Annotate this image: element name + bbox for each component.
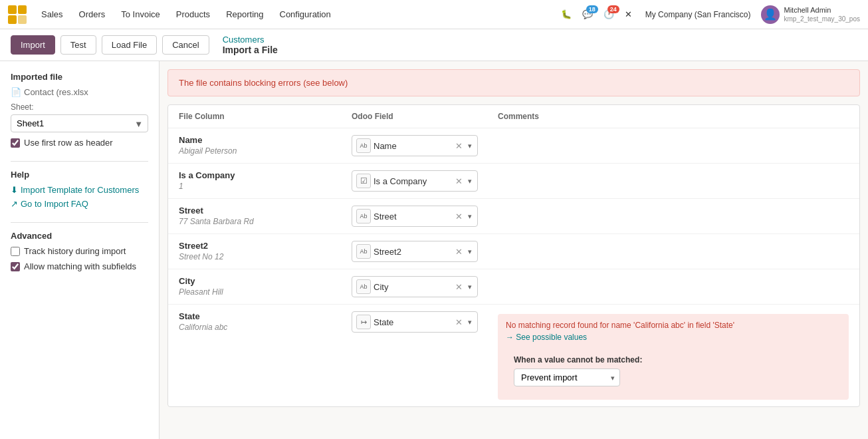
see-possible-values-link[interactable]: → See possible values [506,333,587,342]
import-template-label: Import Template for Customers [21,185,139,195]
nav-to-invoice[interactable]: To Invoice [114,7,167,22]
chevron-down-icon[interactable]: ▾ [467,247,473,256]
bug-button[interactable]: 🐛 [558,7,574,22]
advanced-section: Advanced Track history during import All… [11,231,148,271]
messages-button[interactable]: 💬 18 [580,7,596,22]
use-first-row-label[interactable]: Use first row as header [11,138,148,148]
close-button[interactable]: ✕ [622,7,635,22]
nav-reporting[interactable]: Reporting [219,7,270,22]
activity-button[interactable]: 🕐 24 [601,7,617,22]
clear-icon[interactable]: ✕ [454,282,464,292]
field-type-icon-text: Ab [356,279,371,294]
match-select[interactable]: Prevent import Set empty Create new reco… [514,368,620,386]
allow-matching-checkbox[interactable] [11,262,20,271]
help-section: Help ⬇ Import Template for Customers ↗ G… [11,170,148,209]
field-selector[interactable]: Ab City ✕ ▾ [352,276,478,297]
clear-icon[interactable]: ✕ [454,141,464,151]
breadcrumb-parent[interactable]: Customers [223,35,265,45]
clear-icon[interactable]: ✕ [454,176,464,186]
chevron-down-icon[interactable]: ▾ [467,318,473,327]
x-icon: ✕ [625,9,632,19]
load-file-button[interactable]: Load File [102,35,157,55]
match-label: When a value cannot be matched: [514,355,833,365]
user-info[interactable]: 👤 Mitchell Admin kmp_2_test_may_30_pos [761,5,860,24]
imported-file-section: Imported file 📄 Contact (res.xlsx Sheet:… [11,72,148,148]
match-select-wrapper: Prevent import Set empty Create new reco… [514,368,620,386]
field-name-value: State [374,317,451,327]
use-first-row-checkbox[interactable] [11,138,20,148]
cancel-button[interactable]: Cancel [162,35,209,55]
col-file-street: Street 77 Santa Barbara Rd [179,206,352,226]
field-selector[interactable]: Ab Street ✕ ▾ [352,206,478,227]
col-odoo-field-company: ☑ Is a Company ✕ ▾ [352,170,498,192]
table-row: Is a Company 1 ☑ Is a Company ✕ ▾ [168,164,859,199]
match-section: When a value cannot be matched: Prevent … [506,349,841,393]
topnav-right: 🐛 💬 18 🕐 24 ✕ My Company (San Francisco)… [558,5,860,24]
field-col-sample: 1 [179,182,352,191]
download-icon: ⬇ [11,185,18,195]
table-row: Name Abigail Peterson Ab Name ✕ ▾ [168,128,859,164]
chevron-down-icon[interactable]: ▾ [467,142,473,150]
field-name-value: Street2 [374,247,451,257]
allow-matching-label[interactable]: Allow matching with subfields [11,261,148,271]
field-name-value: Is a Company [374,176,451,186]
field-col-sample: Abigail Peterson [179,146,352,156]
field-selector[interactable]: Ab Name ✕ ▾ [352,135,478,156]
bug-icon: 🐛 [561,9,572,19]
field-col-sample: Pleasant Hill [179,287,352,297]
content-area: The file contains blocking errors (see b… [160,61,868,439]
nav-orders[interactable]: Orders [72,7,112,22]
chevron-down-icon[interactable]: ▾ [467,212,473,221]
field-selector[interactable]: ☑ Is a Company ✕ ▾ [352,170,478,192]
user-text: Mitchell Admin kmp_2_test_may_30_pos [784,5,860,23]
user-sub: kmp_2_test_may_30_pos [784,15,860,23]
clear-icon[interactable]: ✕ [454,247,464,257]
breadcrumb: Customers Import a File [223,35,278,55]
field-type-icon-text: Ab [356,138,371,153]
table-row: State California abc ↦ State ✕ ▾ No matc… [168,305,859,406]
svg-rect-3 [18,15,27,24]
table-row: Street 77 Santa Barbara Rd Ab Street ✕ ▾ [168,199,859,234]
messages-badge: 18 [586,5,598,13]
app-logo[interactable] [8,5,27,24]
table-row: Street2 Street No 12 Ab Street2 ✕ ▾ [168,234,859,269]
nav-configuration[interactable]: Configuration [273,7,338,22]
nav-products[interactable]: Products [169,7,217,22]
table-row: City Pleasant Hill Ab City ✕ ▾ [168,269,859,305]
company-name: My Company (San Francisco) [645,10,751,19]
track-history-checkbox[interactable] [11,247,20,256]
svg-rect-2 [8,15,17,24]
breadcrumb-current: Import a File [223,45,278,55]
activity-badge: 24 [607,5,619,13]
clear-icon[interactable]: ✕ [454,317,464,327]
field-name-value: City [374,282,451,292]
import-template-link[interactable]: ⬇ Import Template for Customers [11,185,148,195]
col-odoo-field-state: ↦ State ✕ ▾ [352,311,498,333]
help-title: Help [11,170,148,180]
track-history-label[interactable]: Track history during import [11,246,148,256]
nav-sales[interactable]: Sales [35,7,70,22]
clear-icon[interactable]: ✕ [454,212,464,221]
chevron-down-icon[interactable]: ▾ [467,283,473,291]
track-history-text: Track history during import [24,246,126,256]
imported-file-title: Imported file [11,72,148,82]
chevron-down-icon[interactable]: ▾ [467,177,473,186]
error-banner-text: The file contains blocking errors (see b… [179,78,348,88]
test-button[interactable]: Test [60,35,96,55]
import-button[interactable]: Import [11,35,55,55]
table-header: File Column Odoo Field Comments [168,105,859,128]
field-col-name: State [179,311,352,321]
go-to-faq-link[interactable]: ↗ Go to Import FAQ [11,199,148,209]
header-file-column: File Column [179,112,352,121]
external-link-icon: ↗ [11,199,18,209]
col-odoo-field-name: Ab Name ✕ ▾ [352,135,498,156]
field-selector[interactable]: Ab Street2 ✕ ▾ [352,241,478,262]
svg-rect-0 [8,5,17,14]
col-file-state: State California abc [179,311,352,332]
header-comments: Comments [498,112,849,121]
col-file-name: Name Abigail Peterson [179,135,352,156]
field-selector[interactable]: ↦ State ✕ ▾ [352,311,478,333]
col-file-company: Is a Company 1 [179,170,352,191]
divider-2 [11,222,148,223]
sheet-select[interactable]: Sheet1 [11,114,148,132]
